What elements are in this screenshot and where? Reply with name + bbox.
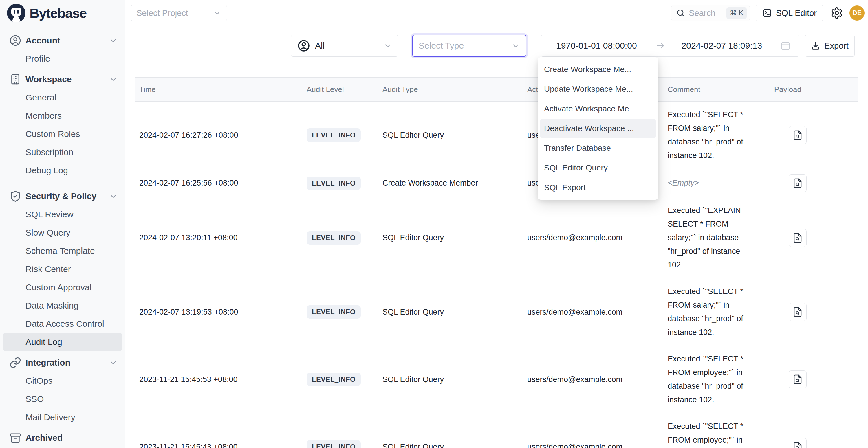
cell-audit-level: LEVEL_INFO — [302, 440, 378, 448]
menu-item-sql-editor-query[interactable]: SQL Editor Query — [538, 158, 658, 178]
user-circle-icon — [9, 34, 22, 46]
cell-actor: users/demo@example.com — [523, 375, 663, 384]
type-select-dropdown-menu: Create Workspace Me... Update Workspace … — [538, 57, 658, 200]
avatar[interactable]: DE — [849, 5, 865, 21]
payload-view-button[interactable] — [789, 126, 807, 144]
menu-item-sql-export[interactable]: SQL Export — [538, 178, 658, 197]
bytebase-logo-icon — [7, 4, 26, 22]
sidebar-item-subscription[interactable]: Subscription — [3, 143, 122, 161]
sidebar-item-members[interactable]: Members — [3, 106, 122, 125]
sidebar-item-sql-review[interactable]: SQL Review — [3, 205, 122, 223]
sidebar-section-integration[interactable]: Integration — [3, 353, 122, 372]
table-row: 2023-11-21 15:45:53 +08:00 LEVEL_INFO SQ… — [135, 346, 859, 413]
sidebar-item-risk-center[interactable]: Risk Center — [3, 260, 122, 278]
cell-payload — [770, 303, 859, 321]
chevron-down-icon — [511, 41, 520, 50]
sidebar-item-debug-log[interactable]: Debug Log — [3, 161, 122, 180]
search-input[interactable]: Search ⌘ K — [671, 5, 750, 21]
cell-comment: Executed `"SELECT * FROM employee;"` in … — [663, 413, 762, 448]
cell-comment: Executed `"SELECT * FROM salary;"` in da… — [663, 102, 762, 169]
sidebar-item-custom-roles[interactable]: Custom Roles — [3, 125, 122, 143]
cell-comment: Executed `"SELECT * FROM salary;"` in da… — [663, 279, 762, 346]
column-header-audit-level: Audit Level — [302, 85, 378, 94]
search-icon — [676, 8, 685, 18]
cell-payload — [770, 174, 859, 192]
sidebar-item-archived[interactable]: Archived — [3, 428, 122, 447]
menu-item-update-workspace-member[interactable]: Update Workspace Me... — [538, 79, 658, 99]
table-row: 2024-02-07 13:20:11 +08:00 LEVEL_INFO SQ… — [135, 197, 859, 279]
payload-view-button[interactable] — [789, 303, 807, 321]
arrow-right-icon — [655, 41, 665, 51]
cell-audit-level: LEVEL_INFO — [302, 128, 378, 142]
date-to-value: 2024-02-07 18:09:13 — [682, 41, 762, 51]
cell-payload — [770, 371, 859, 388]
sidebar-nav: Account Profile Workspace General Member… — [0, 26, 125, 447]
sidebar-item-data-masking[interactable]: Data Masking — [3, 296, 122, 315]
sidebar-section-workspace[interactable]: Workspace — [3, 70, 122, 88]
payload-view-button[interactable] — [789, 174, 807, 192]
menu-item-deactivate-workspace-member[interactable]: Deactivate Workspace ... — [540, 119, 656, 138]
bytebase-logo[interactable]: Bytebase — [0, 0, 125, 26]
actor-filter-select[interactable]: All — [291, 35, 398, 57]
payload-view-button[interactable] — [789, 371, 807, 388]
column-header-comment: Comment — [663, 85, 770, 94]
filter-bar: All Select Type 1970-01-01 08:00:00 2024… — [125, 26, 868, 57]
audit-log-table: Time Audit Level Audit Type Actor Commen… — [135, 77, 859, 448]
table-row: 2023-11-21 15:45:43 +08:00 LEVEL_INFO SQ… — [135, 413, 859, 448]
building-icon — [9, 73, 22, 85]
sidebar-item-schema-template[interactable]: Schema Template — [3, 242, 122, 260]
level-badge: LEVEL_INFO — [307, 231, 361, 245]
level-badge: LEVEL_INFO — [307, 373, 361, 386]
menu-item-activate-workspace-member[interactable]: Activate Workspace Me... — [538, 99, 658, 119]
sidebar-item-custom-approval[interactable]: Custom Approval — [3, 278, 122, 296]
column-header-time: Time — [135, 85, 302, 94]
export-button[interactable]: Export — [805, 35, 855, 57]
topbar: Select Project Search ⌘ K SQL Editor DE — [125, 0, 868, 26]
sidebar-item-slow-query[interactable]: Slow Query — [3, 223, 122, 242]
column-header-payload: Payload — [770, 85, 859, 94]
chevron-down-icon — [109, 36, 118, 45]
sidebar-section-account[interactable]: Account — [3, 31, 122, 50]
link-icon — [9, 357, 22, 369]
cell-time: 2024-02-07 16:25:56 +08:00 — [135, 179, 302, 188]
project-select[interactable]: Select Project — [131, 5, 227, 21]
menu-item-transfer-database[interactable]: Transfer Database — [538, 138, 658, 158]
download-icon — [811, 41, 820, 50]
payload-view-button[interactable] — [789, 229, 807, 247]
cell-time: 2023-11-21 15:45:53 +08:00 — [135, 375, 302, 384]
cell-time: 2024-02-07 13:20:11 +08:00 — [135, 233, 302, 242]
date-range-picker[interactable]: 1970-01-01 08:00:00 2024-02-07 18:09:13 — [541, 35, 799, 57]
table-row: 2024-02-07 16:25:56 +08:00 LEVEL_INFO Cr… — [135, 169, 859, 197]
gear-icon[interactable] — [830, 7, 843, 20]
level-badge: LEVEL_INFO — [307, 128, 361, 142]
type-filter-select[interactable]: Select Type — [412, 35, 526, 57]
table-row: 2024-02-07 13:19:53 +08:00 LEVEL_INFO SQ… — [135, 279, 859, 346]
cell-payload — [770, 229, 859, 247]
sidebar-item-audit-log[interactable]: Audit Log — [3, 333, 122, 351]
sidebar-item-general[interactable]: General — [3, 88, 122, 106]
cell-audit-type: Create Workspace Member — [378, 179, 523, 188]
level-badge: LEVEL_INFO — [307, 440, 361, 448]
type-filter-placeholder: Select Type — [418, 41, 464, 51]
sidebar-item-profile[interactable]: Profile — [3, 50, 122, 68]
cell-comment: <Empty> — [663, 170, 762, 196]
payload-view-button[interactable] — [789, 438, 807, 448]
cell-audit-level: LEVEL_INFO — [302, 305, 378, 319]
sidebar-section-security-policy[interactable]: Security & Policy — [3, 187, 122, 205]
main-content: Select Project Search ⌘ K SQL Editor DE … — [125, 0, 868, 448]
sidebar-item-data-access-control[interactable]: Data Access Control — [3, 315, 122, 333]
sidebar-item-gitops[interactable]: GitOps — [3, 372, 122, 390]
cell-audit-level: LEVEL_INFO — [302, 373, 378, 386]
sidebar-item-sso[interactable]: SSO — [3, 390, 122, 408]
sidebar: Bytebase Account Profile Workspace Gener… — [0, 0, 125, 448]
sql-editor-button[interactable]: SQL Editor — [756, 5, 824, 21]
cell-comment: Executed `"SELECT * FROM employee;"` in … — [663, 346, 762, 413]
cell-comment: Executed `"EXPLAIN SELECT * FROM salary;… — [663, 197, 762, 278]
sidebar-item-mail-delivery[interactable]: Mail Delivery — [3, 408, 122, 426]
cell-time: 2024-02-07 13:19:53 +08:00 — [135, 308, 302, 317]
cell-actor: users/demo@example.com — [523, 308, 663, 317]
cell-payload — [770, 438, 859, 448]
cell-audit-type: SQL Editor Query — [378, 443, 523, 448]
calendar-icon — [780, 40, 791, 51]
menu-item-create-workspace-member[interactable]: Create Workspace Me... — [538, 60, 658, 79]
